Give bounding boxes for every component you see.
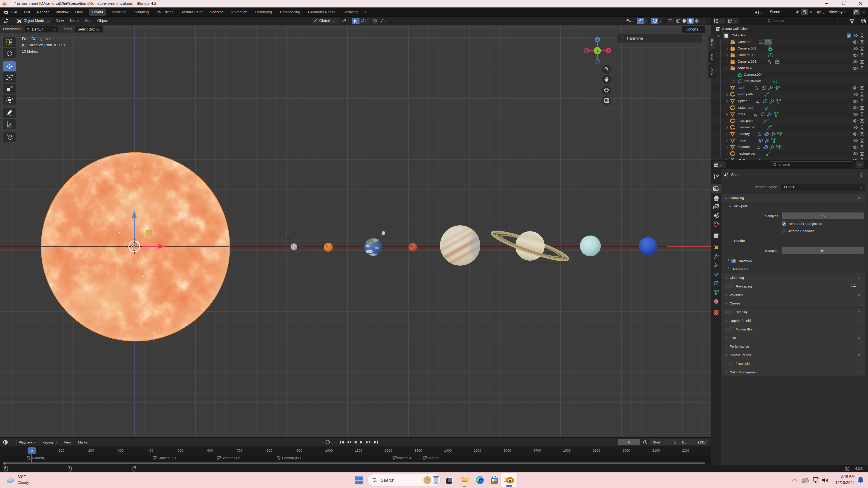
svg-text:Z: Z (596, 38, 598, 41)
svg-text:Y: Y (596, 49, 599, 53)
svg-text:X: X (608, 49, 610, 53)
